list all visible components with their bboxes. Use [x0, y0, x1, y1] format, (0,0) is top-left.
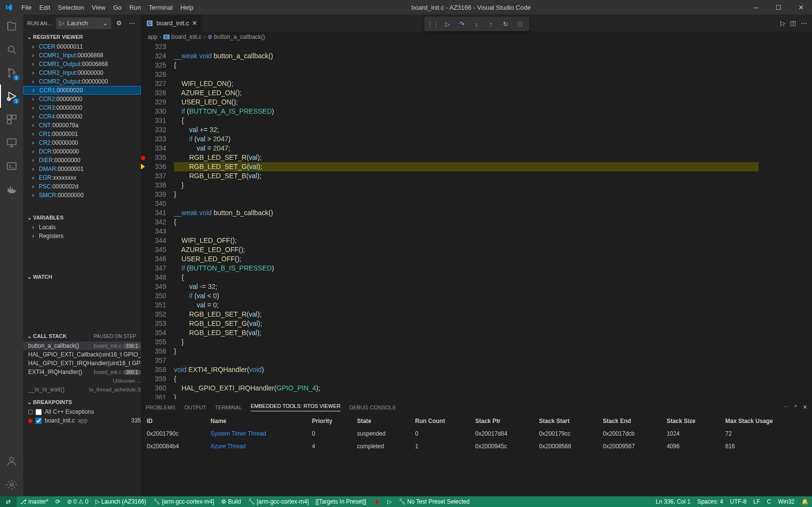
section-callstack[interactable]: ⌄CALL STACKPAUSED ON STEP: [23, 331, 141, 341]
minimap[interactable]: [759, 42, 812, 399]
section-variables[interactable]: ⌄VARIABLES: [23, 212, 141, 223]
status-item[interactable]: ⟳: [52, 496, 64, 507]
close-tab-icon[interactable]: ✕: [192, 19, 197, 27]
register-row[interactable]: ›CCR3: 00000000: [23, 103, 141, 112]
panel-tab-rtos[interactable]: EMBEDDED TOOLS: RTOS VIEWER: [251, 403, 341, 411]
register-row[interactable]: ›CCMR1_Output: 00006868: [23, 60, 141, 68]
launch-config-dropdown[interactable]: ▷ Launch ⌄: [56, 17, 111, 29]
breakpoints-tree[interactable]: All C++ Exceptions board_init.c app335: [23, 407, 141, 425]
register-row[interactable]: ›CCR1: 00000020: [23, 86, 141, 95]
status-item[interactable]: UTF-8: [726, 496, 750, 507]
serial-monitor-icon[interactable]: [0, 154, 23, 178]
status-item[interactable]: 🔧 [arm-gcc-cortex-m4]: [244, 496, 312, 507]
chevron-down-icon[interactable]: ⌄: [100, 19, 111, 27]
step-into-button[interactable]: ↓: [470, 17, 484, 30]
callstack-frame[interactable]: HAL_GPIO_EXTI_IRQHandler(uint16_t GPIO: [23, 359, 141, 368]
section-watch[interactable]: ⌄WATCH: [23, 271, 141, 282]
panel-tab-terminal[interactable]: TERMINAL: [215, 405, 242, 410]
step-over-button[interactable]: ↷: [455, 17, 469, 30]
status-item[interactable]: [[Targets In Preset]]: [312, 496, 370, 507]
panel-more-icon[interactable]: ⋯: [783, 404, 789, 410]
status-item[interactable]: ⎇ master*: [17, 496, 52, 507]
variables-locals[interactable]: ›Locals: [23, 223, 141, 232]
callstack-frame[interactable]: __tx_ts_wait()tx_thread_schedule.S: [23, 385, 141, 394]
panel-close-icon[interactable]: ✕: [803, 404, 807, 410]
explorer-icon[interactable]: [0, 15, 23, 38]
register-row[interactable]: ›CNT: 0000079a: [23, 121, 141, 130]
table-header[interactable]: Stack Size: [663, 415, 722, 427]
code-editor[interactable]: 3233243253263273283293303313323333343353…: [141, 42, 759, 399]
run-file-icon[interactable]: ▷̣: [780, 19, 785, 27]
search-icon[interactable]: [0, 38, 23, 61]
table-header[interactable]: Stack End: [599, 415, 663, 427]
panel-tab-problems[interactable]: PROBLEMS: [146, 405, 175, 410]
stop-button[interactable]: □: [514, 17, 527, 30]
register-row[interactable]: ›CR1: 00000001: [23, 130, 141, 138]
watch-tree[interactable]: [23, 282, 141, 331]
table-header[interactable]: Stack Start: [535, 415, 599, 427]
callstack-frame[interactable]: Unknown ...: [23, 376, 141, 385]
more-actions-icon[interactable]: ⋯: [801, 19, 807, 27]
register-row[interactable]: ›DIER: 00000000: [23, 156, 141, 165]
rtos-table[interactable]: IDNamePriorityStateRun CountStack PtrSta…: [141, 415, 812, 496]
menu-selection[interactable]: Selection: [54, 0, 87, 15]
breakpoint-row[interactable]: board_init.c app335: [23, 416, 141, 425]
register-row[interactable]: ›DCR: 00000000: [23, 147, 141, 156]
callstack-frame[interactable]: button_a_callback()board_init.c 336:1: [23, 341, 141, 350]
menu-go[interactable]: Go: [109, 0, 125, 15]
breadcrumbs[interactable]: app › C board_init.c › ⊕ button_a_callba…: [141, 32, 812, 42]
menu-file[interactable]: File: [17, 0, 35, 15]
docker-icon[interactable]: [0, 178, 23, 201]
menu-run[interactable]: Run: [125, 0, 145, 15]
register-row[interactable]: ›CCR4: 00000000: [23, 112, 141, 121]
menu-edit[interactable]: Edit: [35, 0, 54, 15]
menu-help[interactable]: Help: [176, 0, 197, 15]
settings-gear-icon[interactable]: [0, 473, 23, 496]
register-row[interactable]: ›CCR2: 00000000: [23, 95, 141, 103]
breadcrumb-item[interactable]: app: [148, 34, 157, 40]
source-control-icon[interactable]: 1: [0, 61, 23, 84]
panel-tab-output[interactable]: OUTPUT: [184, 405, 206, 410]
menu-terminal[interactable]: Terminal: [145, 0, 176, 15]
status-item[interactable]: ▷ Launch (AZ3166): [92, 496, 150, 507]
split-editor-icon[interactable]: ◫: [790, 19, 796, 27]
status-item[interactable]: 🔧 No Test Preset Selected: [395, 496, 473, 507]
panel-tab-debugconsole[interactable]: DEBUG CONSOLE: [349, 405, 396, 410]
register-row[interactable]: ›DMAR: 00000001: [23, 165, 141, 173]
variables-registers[interactable]: ›Registers: [23, 232, 141, 240]
register-row[interactable]: ›SMCR: 00000000: [23, 191, 141, 200]
table-header[interactable]: State: [353, 415, 412, 427]
status-item[interactable]: ⚙ Build: [218, 496, 244, 507]
register-row[interactable]: ›CCMR1_Input: 00006868: [23, 51, 141, 60]
gear-icon[interactable]: ⚙: [114, 19, 124, 27]
step-out-button[interactable]: ↑: [484, 17, 498, 30]
extensions-icon[interactable]: [0, 108, 23, 131]
status-item[interactable]: LF: [750, 496, 763, 507]
remote-button[interactable]: ⇄: [0, 496, 17, 507]
section-register-viewer[interactable]: ⌄REGISTER VIEWER: [23, 32, 141, 42]
register-tree[interactable]: ›CCER: 00000011›CCMR1_Input: 00006868›CC…: [23, 42, 141, 212]
section-breakpoints[interactable]: ⌄BREAKPOINTS: [23, 397, 141, 407]
editor-tab-board-init[interactable]: C board_init.c ✕: [141, 15, 203, 32]
panel-maximize-icon[interactable]: ^: [795, 404, 797, 410]
register-row[interactable]: ›CCER: 00000011: [23, 42, 141, 51]
more-icon[interactable]: ⋯: [127, 19, 137, 27]
menu-view[interactable]: View: [88, 0, 109, 15]
callstack-frame[interactable]: EXTI4_IRQHandler()board_init.c 360:1: [23, 368, 141, 376]
status-item[interactable]: Win32: [775, 496, 798, 507]
debug-toolbar[interactable]: ⋮⋮ ▷ ↷ ↓ ↑ ↻ □: [424, 17, 529, 31]
maximize-button[interactable]: ☐: [767, 0, 790, 15]
status-item[interactable]: 🔧 [arm-gcc-cortex-m4]: [150, 496, 218, 507]
run-debug-icon[interactable]: 1: [0, 84, 23, 108]
register-row[interactable]: ›EGR: xxxxxxxx: [23, 173, 141, 182]
drag-grip-icon[interactable]: ⋮⋮: [426, 17, 440, 30]
status-item[interactable]: Spaces: 4: [694, 496, 726, 507]
status-item[interactable]: Ln 336, Col 1: [653, 496, 694, 507]
breakpoint-gutter[interactable]: [141, 42, 150, 399]
close-button[interactable]: ✕: [790, 0, 812, 15]
variables-tree[interactable]: ›Locals ›Registers: [23, 223, 141, 271]
breakpoint-row[interactable]: All C++ Exceptions: [23, 407, 141, 416]
callstack-frame[interactable]: HAL_GPIO_EXTI_Callback(uint16_t GPIO_P: [23, 350, 141, 359]
table-header[interactable]: Name: [207, 415, 308, 427]
minimize-button[interactable]: ─: [745, 0, 767, 15]
